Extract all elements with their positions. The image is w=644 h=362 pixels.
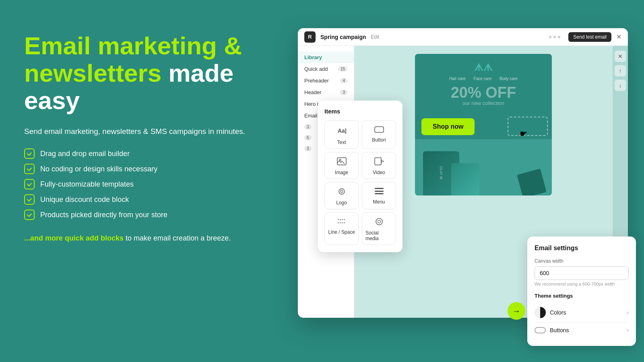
brand-categories: Hair care Face care Body care <box>421 76 545 81</box>
shop-now-button[interactable]: Shop now <box>421 118 475 135</box>
sidebar-badge: 15 <box>338 66 347 72</box>
item-logo-label: Logo <box>336 200 347 206</box>
item-line-space[interactable]: Line / Space <box>324 212 359 245</box>
canvas-width-label: Canvas width <box>535 258 629 264</box>
close-button[interactable]: ✕ <box>616 33 621 41</box>
sidebar-item-quickadd[interactable]: Quick add 15 <box>298 63 354 75</box>
button-icon <box>374 125 384 135</box>
discount-text: 20% OFF <box>421 85 545 100</box>
svg-point-6 <box>341 190 343 193</box>
panel-down-button[interactable]: ↓ <box>615 80 626 91</box>
headline-line2: newsletters made <box>24 60 282 87</box>
item-button[interactable]: Button <box>362 120 396 149</box>
campaign-name: Spring campaign <box>320 34 366 40</box>
colors-chevron: › <box>627 309 629 316</box>
item-line-space-label: Line / Space <box>328 229 355 235</box>
edit-badge[interactable]: Edit <box>371 34 380 40</box>
colors-label: Colors <box>550 309 566 316</box>
sidebar-item-header[interactable]: Header 3 <box>298 86 354 98</box>
list-item-text: Unique discount code block <box>40 195 129 204</box>
svg-rect-7 <box>375 188 384 189</box>
svg-point-5 <box>339 189 345 194</box>
more-text-white: to make email creation a breeze. <box>126 234 231 242</box>
item-video-label: Video <box>373 170 385 175</box>
video-icon <box>374 157 384 167</box>
buttons-label: Buttons <box>550 327 569 333</box>
settings-title: Email settings <box>535 245 629 252</box>
headline-white1: made <box>168 59 233 87</box>
sidebar-label: Library <box>304 54 322 60</box>
checklist: Drag and drop email builder No coding or… <box>24 148 282 220</box>
headline-line3: easy <box>24 87 282 114</box>
item-logo[interactable]: Logo <box>324 182 359 209</box>
sidebar-badge: 3 <box>304 146 312 151</box>
social-media-icon <box>374 218 384 228</box>
topbar-logo: R <box>304 31 316 43</box>
theme-row-buttons[interactable]: Buttons › <box>535 323 629 338</box>
list-item-text: No coding or design skills necessary <box>40 165 157 173</box>
sidebar-badge: 5 <box>304 135 312 140</box>
arrow-icon: → <box>512 306 520 316</box>
logo-icon <box>337 187 347 197</box>
more-text-green: ...and more quick add blocks <box>24 234 124 242</box>
list-item-text: Products picked directly from your store <box>40 211 167 219</box>
subtitle: Send email marketing, newsletters & SMS … <box>24 126 282 138</box>
list-item-text: Drag and drop email builder <box>40 150 130 158</box>
product-box2 <box>451 163 479 195</box>
sidebar-badge: 3 <box>304 124 312 130</box>
svg-rect-8 <box>375 191 384 192</box>
sidebar-item-library[interactable]: Library <box>298 51 354 63</box>
cursor-icon: ☛ <box>520 129 528 139</box>
send-test-button[interactable]: Send test email <box>568 32 611 42</box>
sidebar-item-preheader[interactable]: Preheader 4 <box>298 75 354 86</box>
line-space-icon <box>337 218 347 227</box>
item-image[interactable]: Image <box>324 152 359 179</box>
theme-row-colors[interactable]: Colors › <box>535 303 629 323</box>
item-menu[interactable]: Menu <box>362 182 396 209</box>
connector-arrow: → <box>508 302 525 320</box>
brand-cat-hair: Hair care <box>449 76 466 81</box>
check-icon <box>24 179 35 189</box>
list-item: Fully-customizable templates <box>24 179 282 189</box>
item-social-media[interactable]: Social media <box>362 212 396 245</box>
item-image-label: Image <box>335 170 348 175</box>
panel-up-button[interactable]: ↑ <box>615 65 626 76</box>
email-header-section: ᗑᗑ Hair care Face care Body care 20% OFF… <box>415 54 552 118</box>
left-content: Email marketing & newsletters made easy … <box>24 32 282 244</box>
headline-line1: Email marketing & <box>24 32 282 60</box>
svg-point-3 <box>339 159 341 161</box>
list-item: Drag and drop email builder <box>24 148 282 159</box>
sidebar-badge: 4 <box>340 78 347 83</box>
theme-colors-left: Colors <box>535 307 566 318</box>
menu-icon <box>374 187 384 197</box>
item-text[interactable]: Aa| Text <box>324 120 359 149</box>
product-box3 <box>517 169 546 195</box>
logo-icon: R <box>308 34 312 40</box>
headline-white2: easy <box>24 86 80 114</box>
check-icon <box>24 148 35 159</box>
buttons-chevron: › <box>627 327 629 334</box>
canvas-width-hint: We recommend using a 600-700px width <box>535 282 629 286</box>
list-item: Unique discount code block <box>24 194 282 205</box>
sidebar-label: Header <box>304 89 322 95</box>
svg-point-13 <box>378 220 380 223</box>
image-icon <box>337 157 347 167</box>
headline-green1: Email marketing & <box>24 32 242 60</box>
canvas-width-input[interactable] <box>535 266 629 280</box>
panel-close-button[interactable]: ✕ <box>615 51 626 62</box>
email-settings-panel: Email settings Canvas width We recommend… <box>527 237 636 346</box>
svg-rect-1 <box>375 127 384 132</box>
more-text: ...and more quick add blocks to make ema… <box>24 233 282 244</box>
svg-point-12 <box>376 218 382 225</box>
check-icon <box>24 210 35 220</box>
headline: Email marketing & newsletters made easy <box>24 32 282 115</box>
items-panel-title: Items <box>324 108 396 115</box>
brand-logo-row: ᗑᗑ <box>421 62 545 73</box>
item-button-label: Button <box>372 137 386 143</box>
email-preview: ᗑᗑ Hair care Face care Body care 20% OFF… <box>415 54 552 195</box>
item-text-label: Text <box>337 140 346 145</box>
item-social-media-label: Social media <box>365 230 392 241</box>
collection-text: our new collection <box>421 100 545 106</box>
check-icon <box>24 164 35 174</box>
item-video[interactable]: Video <box>362 152 396 179</box>
